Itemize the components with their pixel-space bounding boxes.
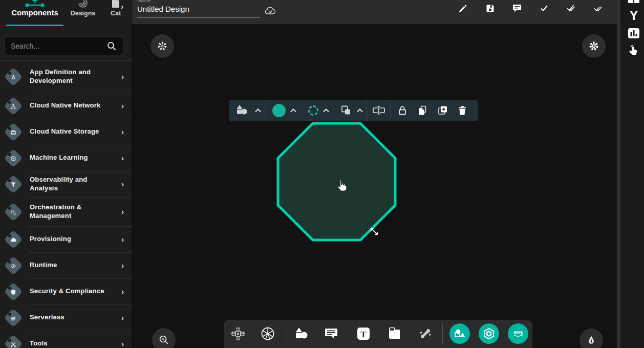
shapes-teal-button[interactable] <box>449 323 470 344</box>
tag-serverless-icon <box>4 309 23 327</box>
text-icon[interactable]: T <box>353 323 374 344</box>
pen-tool-button[interactable] <box>579 329 603 348</box>
check-icon[interactable] <box>539 3 549 13</box>
tab-designs-label: Designs <box>71 10 96 17</box>
search-icon[interactable] <box>106 41 117 51</box>
chevron-up-icon[interactable] <box>356 108 363 113</box>
design-editor-app: Components Designs <box>0 0 644 348</box>
search-input[interactable] <box>11 42 106 50</box>
double-check-crossed-icon[interactable] <box>566 3 576 13</box>
component-search <box>4 36 123 55</box>
chevron-right-icon: › <box>121 340 124 348</box>
touch-icon[interactable] <box>627 44 640 58</box>
hexagon-teal-button[interactable] <box>479 323 499 344</box>
note-icon[interactable] <box>384 323 404 344</box>
tab-components[interactable]: Components <box>5 0 65 17</box>
chevron-right-icon: › <box>121 208 124 216</box>
chevron-right-icon: › <box>121 262 124 270</box>
catalog-page-icon <box>111 0 121 8</box>
sidebar-tabs: Components Designs <box>0 0 132 29</box>
kubernetes-icon[interactable] <box>257 323 278 344</box>
chevron-right-icon: › <box>121 314 124 322</box>
flower-icon <box>157 40 168 52</box>
components-sidebar: Components Designs <box>0 0 132 348</box>
header-actions <box>458 3 604 13</box>
design-canvas[interactable]: T <box>132 24 617 348</box>
save-icon[interactable] <box>485 3 495 13</box>
designs-rose-icon <box>77 0 89 8</box>
tag-observability-icon <box>4 175 23 193</box>
category-list: A App Definition and Development › Cloud… <box>0 60 132 348</box>
cloud-check-icon <box>264 6 276 16</box>
category-security[interactable]: Security & Compliance › <box>0 278 132 304</box>
rail-divider <box>617 0 620 348</box>
aws-label: aws <box>513 329 523 335</box>
tag-app-icon: A <box>4 68 23 86</box>
chevron-up-icon[interactable] <box>254 108 262 113</box>
chevron-right-icon: › <box>121 288 124 296</box>
fill-color-swatch[interactable] <box>272 104 286 117</box>
chevron-right-icon: › <box>121 154 124 162</box>
double-check-icon[interactable] <box>593 3 604 13</box>
comment-icon[interactable] <box>321 323 341 344</box>
tag-tools-icon <box>4 335 23 348</box>
group-icon[interactable] <box>340 104 352 117</box>
design-header: Name <box>132 0 617 24</box>
tools-dock: T <box>224 320 532 348</box>
category-runtime[interactable]: Runtime › <box>0 252 132 278</box>
trash-icon[interactable] <box>458 105 467 116</box>
text-tool-glyph: T <box>360 330 367 339</box>
tab-designs[interactable]: Designs <box>68 0 98 17</box>
category-serverless[interactable]: Serverless › <box>0 304 132 331</box>
chevron-right-icon: › <box>121 128 124 136</box>
category-app-definition[interactable]: A App Definition and Development › <box>0 61 132 93</box>
circuit-icon[interactable] <box>228 323 248 344</box>
chevron-up-icon[interactable] <box>290 108 297 113</box>
tag-security-icon <box>4 282 23 301</box>
stroke-style-swatch[interactable] <box>308 105 318 116</box>
tag-orchestration-icon <box>4 203 23 221</box>
chevron-up-icon[interactable] <box>323 108 330 113</box>
flower-button[interactable] <box>151 34 174 58</box>
lock-icon[interactable] <box>397 105 407 116</box>
shape-node-octagon[interactable] <box>276 122 397 242</box>
comment-icon[interactable] <box>512 3 522 13</box>
shape-picker-icon[interactable] <box>235 104 250 117</box>
link-icon[interactable] <box>415 323 436 344</box>
shape-context-toolbar <box>229 100 478 121</box>
panels-icon[interactable] <box>627 0 640 4</box>
chevron-right-icon: › <box>121 180 124 188</box>
shapes-icon[interactable] <box>291 323 312 344</box>
rename-icon[interactable] <box>372 105 385 116</box>
category-cloud-native-network[interactable]: Cloud Native Network › <box>0 93 132 119</box>
category-machine-learning[interactable]: Machine Learning › <box>0 145 132 171</box>
svg-text:A: A <box>11 75 15 80</box>
tab-catalog[interactable]: Cat <box>104 0 127 17</box>
topology-icon <box>23 0 47 7</box>
aws-teal-button[interactable]: aws <box>508 323 528 344</box>
zoom-in-button[interactable] <box>152 328 176 348</box>
canvas-settings-button[interactable] <box>582 34 606 58</box>
tag-runtime-icon <box>4 256 23 275</box>
category-observability[interactable]: Observability and Analysis › <box>0 171 132 197</box>
add-layer-icon[interactable] <box>437 105 448 116</box>
design-name-input[interactable] <box>137 3 260 17</box>
category-cloud-native-storage[interactable]: Cloud Native Storage › <box>0 119 132 145</box>
category-tools[interactable]: Tools › <box>0 331 132 348</box>
chevron-right-icon: › <box>121 102 124 110</box>
more-tabs-chevron-icon[interactable]: › <box>121 2 123 11</box>
gear-icon <box>588 40 599 52</box>
pen-nib-icon <box>586 335 597 346</box>
merge-y-icon[interactable]: Y <box>627 9 640 22</box>
tab-catalog-label: Cat <box>111 10 121 17</box>
pencil-icon[interactable] <box>458 3 468 13</box>
category-provisioning[interactable]: Provisioning › <box>0 226 132 252</box>
zoom-in-icon <box>158 334 169 345</box>
tag-ml-icon <box>4 149 23 167</box>
duplicate-icon[interactable] <box>417 105 428 116</box>
tag-provisioning-icon <box>4 230 23 249</box>
bar-chart-icon[interactable] <box>627 28 640 39</box>
category-orchestration[interactable]: Orchestration & Management › <box>0 197 132 226</box>
chevron-right-icon: › <box>121 73 124 81</box>
tag-storage-icon <box>4 123 23 141</box>
